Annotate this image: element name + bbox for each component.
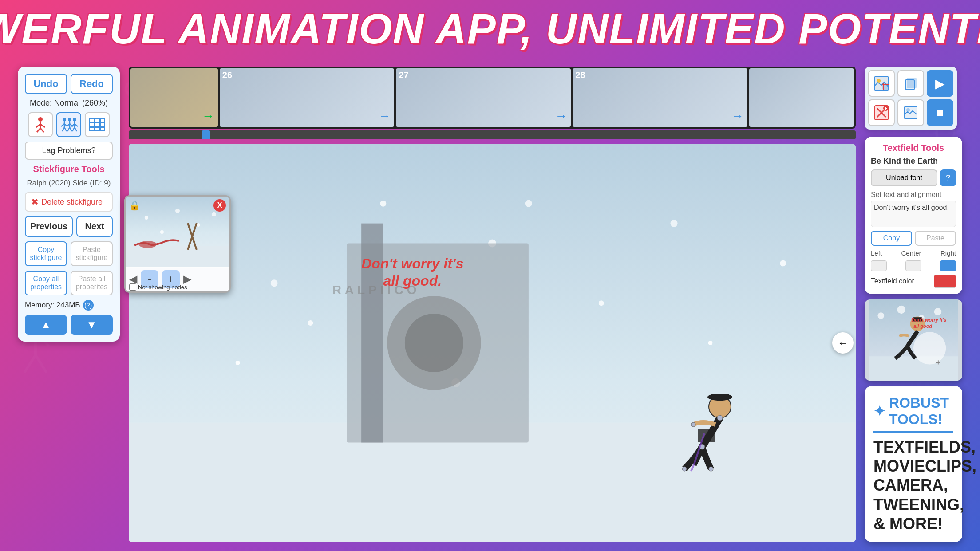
tf-copy-paste-row: Copy Paste xyxy=(871,231,956,246)
svg-point-104 xyxy=(717,415,723,421)
svg-point-120 xyxy=(877,79,881,83)
back-arrow-button[interactable]: ← xyxy=(832,332,854,354)
filmstrip-frame-28[interactable]: 28 → xyxy=(573,68,747,127)
svg-line-66 xyxy=(67,127,70,131)
svg-rect-79 xyxy=(100,123,105,126)
not-showing-nodes-checkbox[interactable] xyxy=(129,283,136,291)
unload-font-button[interactable]: Unload font xyxy=(871,169,937,186)
toolbar-stop-button[interactable]: ■ xyxy=(927,99,953,126)
svg-point-92 xyxy=(708,341,712,345)
paste-all-properties-button[interactable]: Paste all properites xyxy=(71,271,113,295)
toolbar-page-button[interactable] xyxy=(897,99,924,126)
toolbar-play-button[interactable]: ▶ xyxy=(927,70,953,97)
font-question-button[interactable]: ? xyxy=(940,169,956,186)
svg-text:all good: all good xyxy=(913,323,932,329)
prev-next-row: Previous Next xyxy=(25,216,113,237)
svg-point-88 xyxy=(380,201,386,207)
svg-line-61 xyxy=(64,127,67,131)
align-left-dot[interactable] xyxy=(871,260,887,271)
svg-rect-78 xyxy=(95,123,99,126)
delete-stickfigure-button[interactable]: ✖ Delete stickfigure xyxy=(25,192,113,212)
redo-button[interactable]: Redo xyxy=(71,74,113,94)
memory-help-button[interactable]: (?) xyxy=(83,300,94,311)
svg-point-112 xyxy=(175,209,180,213)
robust-divider xyxy=(873,431,953,433)
tf-align-row: Left Center Right xyxy=(871,249,956,257)
svg-point-108 xyxy=(709,467,713,471)
undo-button[interactable]: Undo xyxy=(25,74,67,94)
textfield-color-label: Textfield color xyxy=(871,277,914,285)
textfield-tools-title: Textfield Tools xyxy=(871,143,956,153)
filmstrip-frame-last[interactable] xyxy=(749,68,854,127)
svg-point-115 xyxy=(160,230,164,234)
popup-close-button[interactable]: X xyxy=(213,199,226,212)
align-center-label: Center xyxy=(901,249,921,257)
tf-copy-button[interactable]: Copy xyxy=(871,231,912,246)
canvas-background: RALPIICO Don't worry it'sall good. xyxy=(129,144,856,542)
svg-line-73 xyxy=(75,127,77,131)
svg-point-86 xyxy=(271,279,278,287)
svg-point-91 xyxy=(671,220,678,227)
svg-point-90 xyxy=(599,300,604,306)
toolbar-image-button[interactable] xyxy=(868,70,895,97)
tf-paste-button[interactable]: Paste xyxy=(915,231,956,246)
memory-row: Memory: 243MB (?) xyxy=(25,300,113,311)
single-figure-tool[interactable] xyxy=(28,112,53,137)
frame-num-28: 28 xyxy=(575,70,585,80)
svg-rect-110 xyxy=(126,246,229,268)
move-up-button[interactable]: ▲ xyxy=(25,315,67,335)
mode-text: Mode: Normal (260%) xyxy=(25,98,113,108)
popup-mini-canvas: 🔒 X ◀ - + ▶ xyxy=(124,195,231,293)
textfield-color-swatch[interactable] xyxy=(934,275,956,288)
svg-line-60 xyxy=(62,127,64,131)
align-right-dot[interactable] xyxy=(940,260,956,271)
robust-description: TEXTFIELDS, MOVIECLIPS, CAMERA, TWEENING… xyxy=(873,437,953,533)
svg-rect-146 xyxy=(938,360,939,364)
frame-arrow-0: → xyxy=(202,109,214,123)
stickfig-id: Ralph (2020) Side (ID: 9) xyxy=(25,179,113,188)
paste-stickfigure-button[interactable]: Paste stickfigure xyxy=(71,241,113,266)
grid-tool[interactable] xyxy=(85,112,110,137)
copy-stickfigure-button[interactable]: Copy stickfigure xyxy=(25,241,67,266)
top-banner: POWERFUL ANIMATION APP, UNLIMITED POTENT… xyxy=(0,0,980,58)
svg-rect-74 xyxy=(90,118,94,122)
svg-rect-135 xyxy=(869,356,958,381)
popup-checkbox-row: Not showing nodes xyxy=(129,283,187,291)
svg-point-106 xyxy=(691,422,695,427)
lag-problems-button[interactable]: Lag Problems? xyxy=(25,142,113,160)
unload-font-row: Unload font ? xyxy=(871,169,956,186)
frame-arrow-26: → xyxy=(378,109,391,123)
text-content-area[interactable]: Don't worry it's all good. xyxy=(871,201,956,227)
move-down-button[interactable]: ▼ xyxy=(71,315,113,335)
top-toolbar: ▶ xyxy=(865,67,962,130)
svg-point-100 xyxy=(405,314,463,372)
toolbar-copy-button[interactable] xyxy=(897,70,924,97)
svg-rect-81 xyxy=(95,127,99,131)
multi-figure-tool[interactable] xyxy=(56,112,81,137)
filmstrip-frame-26[interactable]: 26 → xyxy=(220,68,395,127)
delete-x-icon: ✖ xyxy=(31,197,39,207)
memory-text: Memory: 243MB xyxy=(25,301,80,310)
align-left-label: Left xyxy=(871,249,882,257)
lock-icon: 🔒 xyxy=(129,200,140,211)
svg-rect-77 xyxy=(90,123,94,126)
svg-point-140 xyxy=(913,332,946,364)
undo-redo-row: Undo Redo xyxy=(25,74,113,94)
tf-color-row: Textfield color xyxy=(871,275,956,288)
next-button[interactable]: Next xyxy=(76,216,113,237)
copy-all-row: Copy all properties Paste all properites xyxy=(25,271,113,295)
canvas-area[interactable]: RALPIICO Don't worry it'sall good. xyxy=(129,144,856,542)
tool-icons-row xyxy=(25,112,113,137)
previous-button[interactable]: Previous xyxy=(25,216,73,237)
filmstrip-frame-27[interactable]: 27 → xyxy=(396,68,571,127)
svg-rect-109 xyxy=(698,429,715,442)
filmstrip-frame-0[interactable]: → xyxy=(130,68,218,127)
svg-point-87 xyxy=(236,361,240,365)
align-center-dot[interactable] xyxy=(905,260,921,271)
frame-num-26: 26 xyxy=(222,70,232,80)
svg-text:Don't worry it's: Don't worry it's xyxy=(911,317,946,323)
svg-point-62 xyxy=(68,118,71,121)
toolbar-remove-button[interactable] xyxy=(868,99,895,126)
copy-all-properties-button[interactable]: Copy all properties xyxy=(25,271,67,295)
align-right-label: Right xyxy=(940,249,956,257)
